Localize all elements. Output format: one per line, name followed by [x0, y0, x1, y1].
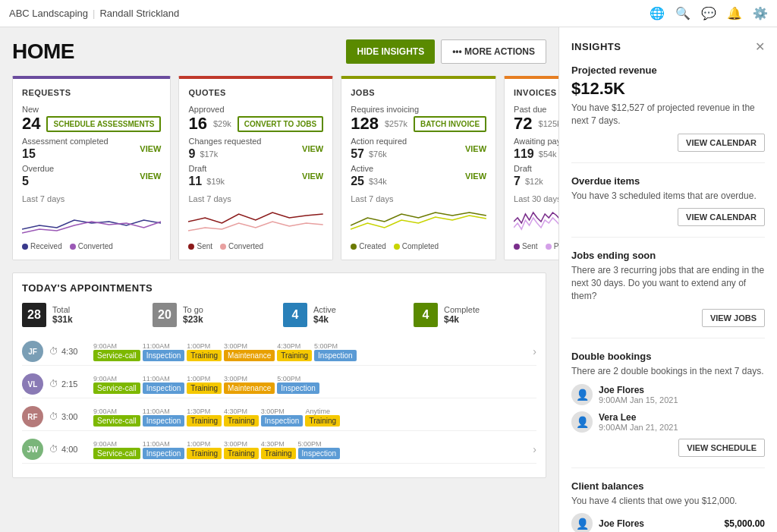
- search-icon[interactable]: 🔍: [675, 6, 690, 20]
- quotes-approved-stat: Approved 16 $29k CONVERT TO JOBS: [188, 105, 323, 132]
- appt-block[interactable]: Training: [187, 382, 222, 394]
- appt-label-complete: Complete: [444, 305, 480, 314]
- insights-close-button[interactable]: ✕: [755, 39, 765, 54]
- invoices-pastdue-stat: Past due 72 $125k VIEW INVOICES: [514, 105, 558, 132]
- requests-overdue-stat: Overdue 5 VIEW: [22, 164, 161, 188]
- quotes-chart-svg: [188, 206, 323, 237]
- quotes-changes-view[interactable]: VIEW: [302, 144, 323, 153]
- quotes-draft-view[interactable]: VIEW: [302, 172, 323, 181]
- projected-revenue-text: You have $12,527 of projected revenue in…: [571, 102, 765, 127]
- appt-block[interactable]: Service-call: [93, 350, 140, 361]
- appt-stat-total: 28 Total $31k: [22, 303, 145, 327]
- appt-block-wrap: 3:00PMTraining: [224, 440, 259, 459]
- jobs-action-label: Action required: [351, 137, 407, 146]
- appt-block[interactable]: Maintenance: [224, 382, 275, 394]
- appt-block[interactable]: Training: [187, 448, 222, 459]
- appt-block-wrap: 1:00PMTraining: [187, 342, 222, 361]
- invoices-chart: Last 30 days Sent Paid: [514, 194, 558, 250]
- view-schedule-button[interactable]: VIEW SCHEDULE: [678, 439, 765, 457]
- requests-overdue-view[interactable]: VIEW: [140, 172, 161, 181]
- gear-icon[interactable]: ⚙️: [753, 6, 768, 20]
- appt-val-togo: $23k: [183, 314, 203, 325]
- overdue-items-text: You have 3 scheduled items that are over…: [571, 190, 765, 203]
- appt-block[interactable]: Training: [261, 448, 296, 459]
- appt-row: RF⏱ 3:009:00AMService-call11:00AMInspect…: [22, 403, 536, 431]
- appt-nav-button[interactable]: ›: [533, 443, 536, 455]
- overdue-items-heading: Overdue items: [571, 175, 765, 187]
- globe-icon[interactable]: 🌐: [650, 6, 665, 20]
- view-jobs-button[interactable]: VIEW JOBS: [702, 309, 765, 327]
- appt-block[interactable]: Inspection: [298, 448, 341, 459]
- appt-block[interactable]: Inspection: [261, 415, 304, 427]
- appt-block[interactable]: Training: [187, 415, 222, 427]
- projected-revenue-heading: Projected revenue: [571, 65, 765, 76]
- hide-insights-button[interactable]: HIDE INSIGHTS: [346, 39, 435, 64]
- appt-block-wrap: 1:00PMTraining: [187, 375, 222, 394]
- quotes-legend-converted: Converted: [220, 242, 263, 250]
- appt-block-wrap: 4:30PMTraining: [277, 342, 312, 361]
- schedule-assessments-button[interactable]: SCHEDULE ASSESSMENTS: [46, 116, 161, 132]
- double-booking-person-1: 👤 Joe Flores 9:00AM Jan 15, 2021: [571, 384, 765, 405]
- overdue-items-section: Overdue items You have 3 scheduled items…: [571, 175, 765, 238]
- quotes-draft-label: Draft: [188, 164, 225, 173]
- jobs-active-view[interactable]: VIEW: [465, 172, 486, 181]
- invoices-draft-stat: Draft 7 $12k VIEW: [514, 164, 558, 188]
- appt-block[interactable]: Inspection: [143, 415, 185, 427]
- appt-block[interactable]: Inspection: [143, 382, 185, 394]
- appt-stat-togo: 20 To go $23k: [153, 303, 275, 327]
- appt-block[interactable]: Service-call: [93, 448, 140, 459]
- appt-block[interactable]: Inspection: [143, 448, 185, 459]
- appt-avatar: JF: [22, 341, 43, 362]
- requests-assessment-stat: Assessment completed 15 VIEW: [22, 137, 161, 161]
- appt-block-wrap: 1:00PMTraining: [187, 440, 222, 459]
- requests-assessment-view[interactable]: VIEW: [140, 144, 161, 153]
- requests-new-stat: New 24 SCHEDULE ASSESSMENTS: [22, 105, 161, 132]
- insights-header: INSIGHTS ✕: [571, 39, 765, 54]
- jobs-chart-label: Last 7 days: [351, 194, 486, 203]
- view-calendar-button-revenue[interactable]: VIEW CALENDAR: [678, 134, 765, 152]
- jobs-action-view[interactable]: VIEW: [465, 144, 486, 153]
- double-booking-person-2: 👤 Vera Lee 9:00AM Jan 21, 2021: [571, 411, 765, 433]
- appt-block[interactable]: Service-call: [93, 415, 140, 427]
- batch-invoice-button[interactable]: BATCH INVOICE: [414, 116, 486, 132]
- appt-block-time: 11:00AM: [143, 440, 185, 448]
- invoices-pastdue-sub: $125k: [539, 119, 558, 128]
- chat-icon[interactable]: 💬: [701, 6, 716, 20]
- appt-block-wrap: 11:00AMInspection: [143, 408, 185, 427]
- more-actions-button[interactable]: ••• MORE ACTIONS: [441, 39, 546, 64]
- appt-block-time: 1:00PM: [187, 375, 222, 382]
- appt-block[interactable]: Training: [187, 350, 222, 361]
- convert-to-jobs-button[interactable]: CONVERT TO JOBS: [238, 116, 323, 132]
- jobs-ending-heading: Jobs ending soon: [571, 250, 765, 261]
- invoices-pastdue-value: 72: [514, 115, 532, 132]
- appt-block-wrap: 11:00AMInspection: [143, 375, 185, 394]
- appt-stat-active: 4 Active $4k: [283, 303, 406, 327]
- appt-row: VL⏱ 2:159:00AMService-call11:00AMInspect…: [22, 370, 536, 398]
- appt-block[interactable]: Maintenance: [224, 350, 275, 361]
- appt-val-total: $31k: [52, 314, 73, 325]
- appt-block-wrap: 4:30PMTraining: [261, 440, 296, 459]
- view-calendar-button-overdue[interactable]: VIEW CALENDAR: [678, 208, 765, 226]
- appt-block[interactable]: Training: [224, 415, 259, 427]
- appt-block[interactable]: Training: [277, 350, 312, 361]
- requests-overdue-value: 5: [22, 175, 29, 187]
- appt-label-togo: To go: [183, 305, 203, 314]
- appt-block[interactable]: Inspection: [314, 350, 357, 361]
- projected-revenue-amount: $12.5K: [571, 79, 765, 99]
- appt-block-time: 4:30PM: [261, 440, 296, 448]
- jobs-card: JOBS Requires invoicing 128 $257k BATCH …: [341, 76, 496, 260]
- appt-val-complete: $4k: [444, 314, 480, 325]
- client-balances-text: You have 4 clients that owe you $12,000.: [571, 495, 765, 508]
- appt-block-time: 1:00PM: [187, 440, 222, 448]
- appt-block[interactable]: Training: [305, 415, 340, 427]
- appt-block[interactable]: Training: [224, 448, 259, 459]
- requests-overdue-label: Overdue: [22, 164, 54, 173]
- appt-block[interactable]: Inspection: [143, 350, 185, 361]
- quotes-approved-sub: $29k: [213, 119, 231, 128]
- appt-block-time: 11:00AM: [143, 375, 185, 382]
- appt-nav-button[interactable]: ›: [533, 345, 536, 357]
- appt-block[interactable]: Inspection: [277, 382, 319, 394]
- bell-icon[interactable]: 🔔: [727, 6, 742, 20]
- appt-block[interactable]: Service-call: [93, 382, 140, 394]
- quotes-legend: Sent Converted: [188, 242, 323, 250]
